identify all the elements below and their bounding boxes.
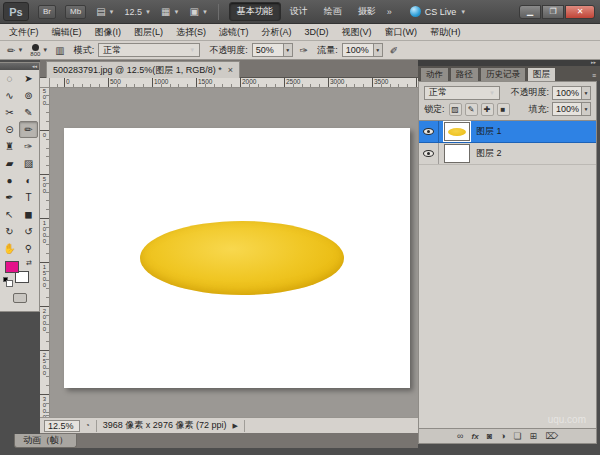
delete-layer-icon[interactable]: ⌦ (545, 431, 558, 441)
opacity-input[interactable]: 50% (252, 43, 284, 57)
animation-panel-tab[interactable]: 动画（帧） (14, 434, 77, 448)
zoom-level-dropdown[interactable]: 12.5 ▼ (125, 7, 151, 17)
eyedropper-tool[interactable]: ✎ (19, 104, 38, 121)
visibility-toggle[interactable] (419, 121, 439, 142)
workspace-button-绘画[interactable]: 绘画 (317, 3, 349, 20)
lasso-tool[interactable]: ∿ (0, 87, 19, 104)
minimize-button[interactable]: ▁ (519, 5, 541, 19)
view-extras-dropdown[interactable]: ▤ ▼ (96, 6, 114, 17)
menu-选择[interactable]: 选择(S) (176, 26, 206, 39)
spot-healing-tool[interactable]: ⊝ (0, 121, 19, 138)
crop-tool[interactable]: ✂ (0, 104, 19, 121)
pasteboard[interactable] (50, 88, 418, 417)
status-zoom-input[interactable]: 12.5% (44, 420, 80, 432)
visibility-toggle[interactable] (419, 143, 439, 164)
default-colors-icon[interactable] (3, 277, 8, 282)
menu-滤镜[interactable]: 滤镜(T) (219, 26, 249, 39)
path-selection-tool[interactable]: ↖ (0, 206, 19, 223)
airbrush-button[interactable]: ✐ (390, 45, 398, 56)
new-layer-icon[interactable]: ⊞ (530, 431, 538, 441)
layer-blend-mode-select[interactable]: 正常 ▼ (424, 86, 500, 100)
lock-image-pixels[interactable]: ✎ (465, 103, 478, 116)
screen-mode-dropdown[interactable]: ▣ ▼ (189, 6, 207, 17)
gradient-tool[interactable]: ▨ (19, 155, 38, 172)
panel-tab-历史记录[interactable]: 历史记录 (480, 67, 526, 81)
close-tab-icon[interactable]: × (228, 65, 233, 75)
workspace-button-基本功能[interactable]: 基本功能 (229, 2, 281, 21)
layer-thumbnail[interactable] (444, 144, 470, 163)
dodge-tool[interactable]: ◐ (19, 172, 38, 189)
document-tab[interactable]: 500283791.jpg @ 12.5%(图层 1, RGB/8) * × (46, 61, 240, 78)
vertical-ruler[interactable]: 500050010001500200025003000 (40, 88, 50, 417)
quick-mask-button[interactable] (13, 293, 27, 303)
layer-opacity-input[interactable]: 100% (552, 86, 582, 100)
eraser-tool[interactable]: ▰ (0, 155, 19, 172)
link-layers-icon[interactable]: ∞ (457, 431, 463, 441)
workspace-button-设计[interactable]: 设计 (283, 3, 315, 20)
layer-fill-input[interactable]: 100% (552, 102, 582, 116)
workspace-overflow-button[interactable]: » (387, 7, 392, 17)
foreground-color-swatch[interactable] (5, 261, 19, 273)
close-button[interactable]: ✕ (565, 5, 595, 19)
new-adjustment-layer-icon[interactable]: ◑ (500, 431, 505, 441)
menu-3D[interactable]: 3D(D) (305, 27, 329, 37)
layer-opacity-slider-button[interactable]: ▼ (582, 86, 591, 100)
add-layer-mask-icon[interactable]: ◙ (487, 431, 492, 441)
new-group-icon[interactable]: ❏ (514, 431, 522, 441)
layer-style-icon[interactable]: fx (472, 432, 479, 441)
menu-图层[interactable]: 图层(L) (134, 26, 163, 39)
lock-position[interactable]: ✚ (481, 103, 494, 116)
quick-selection-tool[interactable]: ⊚ (19, 87, 38, 104)
toggle-brush-panel-button[interactable]: ▥ (55, 45, 64, 56)
marquee-tool[interactable]: ◌ (0, 70, 19, 87)
menu-编辑[interactable]: 编辑(E) (52, 26, 82, 39)
menu-帮助[interactable]: 帮助(H) (430, 26, 461, 39)
arrange-documents-dropdown[interactable]: ▦ ▼ (161, 6, 179, 17)
layer-fill-slider-button[interactable]: ▼ (582, 102, 591, 116)
launch-bridge-button[interactable]: Br (38, 5, 56, 19)
status-menu-icon[interactable]: ▶ (232, 422, 237, 430)
layer-row[interactable]: 图层 1 (419, 121, 596, 143)
document-info[interactable]: 3968 像素 x 2976 像素 (72 ppi) ▶ (96, 420, 245, 432)
blur-tool[interactable]: ● (0, 172, 19, 189)
pen-tool[interactable]: ✒ (0, 189, 19, 206)
layer-row[interactable]: 图层 2 (419, 143, 596, 165)
flow-input[interactable]: 100% (342, 43, 374, 57)
3d-rotate-tool[interactable]: ↻ (0, 223, 19, 240)
launch-mini-bridge-button[interactable]: Mb (65, 5, 86, 19)
layer-thumbnail[interactable] (444, 122, 470, 141)
menu-图像[interactable]: 图像(I) (95, 26, 122, 39)
menu-分析[interactable]: 分析(A) (262, 26, 292, 39)
lock-all[interactable]: ■ (497, 103, 510, 116)
flow-slider-button[interactable]: ▼ (374, 43, 383, 57)
brush-picker[interactable]: 800 ▼ (30, 44, 48, 57)
type-tool[interactable]: T (19, 189, 38, 206)
menu-视图[interactable]: 视图(V) (342, 26, 372, 39)
move-tool[interactable]: ➤ (19, 70, 38, 87)
panel-tab-图层[interactable]: 图层 (527, 67, 556, 81)
workspace-button-摄影[interactable]: 摄影 (351, 3, 383, 20)
lock-transparent-pixels[interactable]: ▨ (449, 103, 462, 116)
horizontal-ruler[interactable]: 05001000150020002500300035004000 (50, 78, 418, 88)
3d-orbit-tool[interactable]: ↺ (19, 223, 38, 240)
opacity-slider-button[interactable]: ▼ (284, 43, 293, 57)
shape-tool[interactable]: ◼ (19, 206, 38, 223)
menu-文件[interactable]: 文件(F) (9, 26, 39, 39)
restore-button[interactable]: ❐ (542, 5, 564, 19)
panel-tab-动作[interactable]: 动作 (420, 67, 449, 81)
panel-tab-路径[interactable]: 路径 (450, 67, 479, 81)
swap-colors-icon[interactable]: ⇄ (26, 259, 32, 267)
cs-live-button[interactable]: CS Live ▼ (410, 6, 466, 17)
clone-stamp-tool[interactable]: ♜ (0, 138, 19, 155)
canvas[interactable] (64, 128, 410, 388)
brush-tool[interactable]: ✏ (19, 121, 38, 138)
blend-mode-select[interactable]: 正常 ▼ (98, 43, 200, 57)
collapse-tools-icon[interactable]: ◂◂ (0, 63, 39, 70)
panel-menu-icon[interactable]: ≡ (592, 72, 596, 79)
tablet-pressure-opacity-button[interactable]: ✑ (300, 45, 308, 56)
tool-preset-picker[interactable]: ✏ ▼ (7, 45, 23, 56)
hand-tool[interactable]: ✋ (0, 240, 19, 257)
history-brush-tool[interactable]: ✑ (19, 138, 38, 155)
menu-窗口[interactable]: 窗口(W) (385, 26, 418, 39)
zoom-tool[interactable]: ⚲ (19, 240, 38, 257)
